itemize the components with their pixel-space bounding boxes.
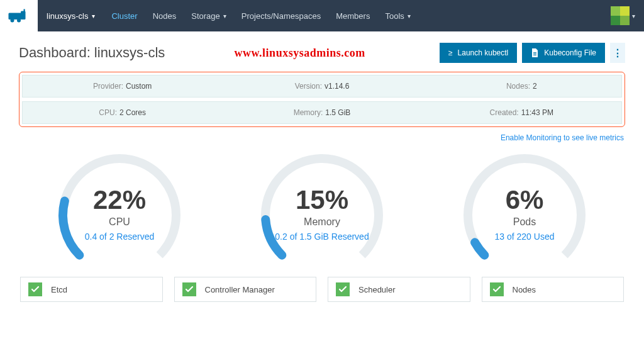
gauge-percent: 6% [430, 185, 619, 215]
status-tile-nodes[interactable]: Nodes [482, 277, 625, 302]
info-cell: CPU:2 Cores [23, 108, 222, 117]
cluster-selector-label: linuxsys-cls [47, 11, 88, 21]
info-value: v1.14.6 [325, 82, 349, 91]
title-row: Dashboard: linuxsys-cls www.linuxsysadmi… [19, 43, 625, 63]
info-label: CPU: [99, 108, 117, 117]
gauge-name: Pods [430, 216, 619, 228]
terminal-icon: ≥ [448, 48, 453, 57]
info-cell: Provider:Custom [23, 82, 222, 91]
cluster-selector[interactable]: linuxsys-cls ▾ [38, 0, 104, 31]
enable-monitoring-link[interactable]: Enable Monitoring to see live metrics [19, 133, 624, 142]
status-label: Nodes [513, 285, 536, 294]
chevron-down-icon: ▾ [223, 13, 226, 20]
brand-logo[interactable] [0, 0, 38, 31]
page-title: Dashboard: linuxsys-cls [19, 45, 165, 61]
kebab-icon: ⋮ [613, 47, 623, 59]
button-label: Launch kubectl [458, 48, 509, 57]
button-label: Kubeconfig File [544, 48, 596, 57]
check-icon [28, 282, 42, 296]
info-label: Version: [295, 82, 322, 91]
info-cell: Version:v1.14.6 [222, 82, 421, 91]
gauge-name: Memory [228, 216, 416, 228]
status-tile-controller-manager[interactable]: Controller Manager [174, 277, 317, 302]
file-icon [531, 48, 539, 57]
nav-item-nodes[interactable]: Nodes [145, 0, 184, 31]
status-label: Etcd [51, 285, 67, 294]
page-content: Dashboard: linuxsys-cls www.linuxsysadmi… [0, 31, 644, 302]
nav-item-label: Storage [191, 11, 220, 21]
check-icon [490, 282, 504, 296]
gauge-percent: 22% [25, 185, 214, 215]
info-label: Provider: [93, 82, 123, 91]
gauge-percent: 15% [228, 185, 416, 215]
actions-menu-button[interactable]: ⋮ [610, 43, 625, 63]
info-label: Created: [490, 108, 519, 117]
nav-item-members[interactable]: Members [328, 0, 377, 31]
info-label: Memory: [294, 108, 323, 117]
gauge-name: CPU [25, 216, 214, 228]
info-cell: Created:11:43 PM [422, 108, 621, 117]
chevron-down-icon: ▾ [408, 13, 411, 20]
avatar-icon [611, 6, 630, 25]
gauge-memory: 15% Memory 0.2 of 1.5 GiB Reserved [228, 146, 416, 274]
nav-item-label: Members [336, 11, 370, 21]
kubeconfig-button[interactable]: Kubeconfig File [522, 43, 605, 63]
info-cell: Memory:1.5 GiB [222, 108, 421, 117]
info-value: 1.5 GiB [325, 108, 350, 117]
svg-rect-4 [24, 9, 25, 13]
nav-item-projects-namespaces[interactable]: Projects/Namespaces [234, 0, 328, 31]
status-label: Scheduler [358, 285, 396, 294]
info-label: Nodes: [506, 82, 530, 91]
check-icon [336, 282, 350, 296]
info-value: 2 [533, 82, 537, 91]
info-row: Provider:CustomVersion:v1.14.6Nodes:2 [22, 75, 622, 98]
svg-point-2 [11, 19, 14, 23]
nav-item-label: Nodes [153, 11, 177, 21]
chevron-down-icon: ▾ [632, 13, 635, 20]
nav-item-storage[interactable]: Storage▾ [184, 0, 234, 31]
gauge-subtitle: 0.4 of 2 Reserved [25, 232, 214, 242]
status-tile-scheduler[interactable]: Scheduler [328, 277, 470, 302]
status-tile-etcd[interactable]: Etcd [20, 277, 163, 302]
gauges-row: 22% CPU 0.4 of 2 Reserved 15% Memory 0.2… [19, 146, 625, 274]
info-row: CPU:2 CoresMemory:1.5 GiBCreated:11:43 P… [22, 101, 622, 124]
info-value: Custom [126, 82, 152, 91]
info-value: 2 Cores [119, 108, 146, 117]
status-row: Etcd Controller Manager Scheduler Nodes [19, 277, 625, 302]
check-icon [182, 282, 196, 296]
watermark-text: www.linuxsysadmins.com [165, 47, 435, 60]
info-value: 11:43 PM [521, 108, 553, 117]
info-cell: Nodes:2 [422, 82, 621, 91]
nav-items: ClusterNodesStorage▾Projects/NamespacesM… [104, 0, 418, 31]
nav-item-tools[interactable]: Tools▾ [377, 0, 418, 31]
user-menu[interactable]: ▾ [609, 2, 636, 30]
nav-item-label: Projects/Namespaces [242, 11, 321, 21]
chevron-down-icon: ▾ [92, 13, 95, 20]
gauge-subtitle: 0.2 of 1.5 GiB Reserved [228, 232, 416, 242]
gauge-pods: 6% Pods 13 of 220 Used [430, 146, 619, 274]
launch-kubectl-button[interactable]: ≥ Launch kubectl [440, 43, 517, 63]
gauge-subtitle: 13 of 220 Used [430, 232, 619, 242]
gauge-cpu: 22% CPU 0.4 of 2 Reserved [25, 146, 214, 274]
status-label: Controller Manager [205, 285, 275, 294]
svg-point-3 [17, 19, 21, 23]
cluster-info-box: Provider:CustomVersion:v1.14.6Nodes:2 CP… [19, 72, 625, 127]
svg-rect-0 [9, 13, 22, 20]
nav-item-label: Cluster [111, 11, 137, 21]
top-navbar: linuxsys-cls ▾ ClusterNodesStorage▾Proje… [0, 0, 644, 31]
nav-item-cluster[interactable]: Cluster [104, 0, 145, 31]
nav-item-label: Tools [385, 11, 404, 21]
rancher-logo-icon [8, 8, 30, 23]
